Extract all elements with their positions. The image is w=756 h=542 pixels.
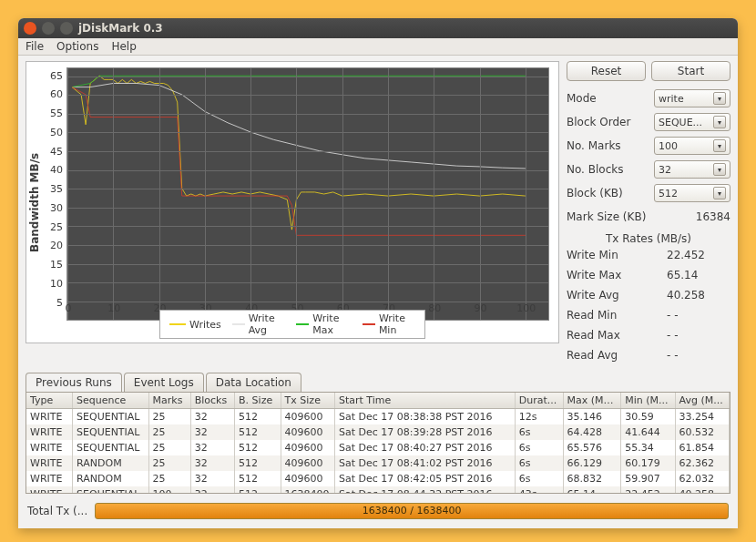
- table-header[interactable]: B. Size: [235, 393, 281, 409]
- write-min-value: 22.452: [667, 249, 730, 265]
- controls-panel: Reset Start Mode write▾ Block Order SEQU…: [567, 61, 730, 365]
- table-header[interactable]: Type: [26, 393, 73, 409]
- write-avg-value: 40.258: [667, 289, 730, 305]
- runs-table-panel: TypeSequenceMarksBlocksB. SizeTx SizeSta…: [26, 392, 730, 494]
- block-order-select[interactable]: SEQUE...▾: [654, 113, 730, 131]
- maximize-icon[interactable]: [60, 22, 73, 35]
- blockkb-select[interactable]: 512▾: [654, 184, 730, 202]
- read-avg-label: Read Avg: [567, 349, 667, 365]
- write-max-label: Write Max: [567, 269, 667, 285]
- table-row[interactable]: WRITESEQUENTIAL2532512409600Sat Dec 17 0…: [26, 409, 730, 425]
- table-header[interactable]: Start Time: [334, 393, 515, 409]
- table-header[interactable]: Tx Size: [281, 393, 334, 409]
- txrates-title: Tx Rates (MB/s): [567, 232, 730, 245]
- footer: Total Tx (... 1638400 / 1638400: [18, 497, 738, 528]
- progress-bar: 1638400 / 1638400: [95, 503, 729, 519]
- chevron-down-icon: ▾: [713, 163, 726, 176]
- chevron-down-icon: ▾: [713, 139, 726, 152]
- total-tx-label: Total Tx (...: [27, 505, 87, 517]
- table-header[interactable]: Marks: [148, 393, 190, 409]
- legend-max: Write Max: [312, 312, 352, 336]
- chart-plot-area: [66, 67, 549, 321]
- runs-table: TypeSequenceMarksBlocksB. SizeTx SizeSta…: [26, 393, 730, 494]
- mode-label: Mode: [567, 92, 654, 105]
- write-min-label: Write Min: [567, 249, 667, 265]
- table-header[interactable]: Durat...: [515, 393, 563, 409]
- table-header[interactable]: Min (M...: [621, 393, 675, 409]
- menu-bar: File Options Help: [18, 38, 738, 56]
- read-min-value: - -: [667, 309, 730, 325]
- chart-legend: Writes Write Avg Write Max Write Min: [159, 310, 425, 339]
- noblocks-label: No. Blocks: [567, 163, 654, 176]
- marksize-label: Mark Size (KB): [567, 210, 696, 223]
- chart-yaxis: 5101520253035404550556065: [43, 62, 66, 343]
- tab-previous-runs[interactable]: Previous Runs: [26, 373, 122, 392]
- noblocks-select[interactable]: 32▾: [654, 160, 730, 179]
- menu-file[interactable]: File: [26, 40, 44, 53]
- chart-ylabel: Bandwidth MB/s: [26, 62, 43, 343]
- mode-select[interactable]: write▾: [654, 89, 730, 107]
- menu-options[interactable]: Options: [56, 40, 98, 53]
- table-header[interactable]: Max (MB...: [563, 393, 621, 409]
- table-row[interactable]: WRITESEQUENTIAL2532512409600Sat Dec 17 0…: [26, 424, 730, 440]
- close-icon[interactable]: [24, 22, 36, 35]
- chevron-down-icon: ▾: [713, 92, 726, 105]
- window-title: jDiskMark 0.3: [78, 22, 163, 35]
- start-button[interactable]: Start: [651, 61, 730, 81]
- tab-event-logs[interactable]: Event Logs: [124, 373, 204, 392]
- chevron-down-icon: ▾: [713, 187, 726, 199]
- read-min-label: Read Min: [567, 309, 667, 325]
- read-max-value: - -: [667, 329, 730, 345]
- table-row[interactable]: WRITESEQUENTIAL2532512409600Sat Dec 17 0…: [26, 440, 730, 455]
- nomarks-select[interactable]: 100▾: [654, 137, 730, 155]
- minimize-icon[interactable]: [42, 22, 55, 35]
- titlebar: jDiskMark 0.3: [18, 18, 738, 38]
- tabs: Previous Runs Event Logs Data Location: [26, 373, 730, 392]
- table-header[interactable]: Sequence: [73, 393, 149, 409]
- marksize-value: 16384: [696, 210, 730, 223]
- table-header[interactable]: Avg (M...: [675, 393, 729, 409]
- table-header[interactable]: Blocks: [190, 393, 234, 409]
- menu-help[interactable]: Help: [111, 40, 136, 53]
- legend-writes: Writes: [189, 319, 221, 331]
- write-avg-label: Write Avg: [567, 289, 667, 305]
- table-row[interactable]: WRITERANDOM2532512409600Sat Dec 17 08:41…: [26, 455, 730, 471]
- table-row[interactable]: WRITESEQUENTIAL100325121638400Sat Dec 17…: [26, 486, 730, 494]
- progress-text: 1638400 / 1638400: [363, 505, 462, 516]
- bandwidth-chart: Bandwidth MB/s 5101520253035404550556065…: [26, 61, 559, 343]
- blockkb-label: Block (KB): [567, 187, 654, 199]
- chevron-down-icon: ▾: [713, 116, 726, 128]
- tab-data-location[interactable]: Data Location: [206, 373, 301, 392]
- read-max-label: Read Max: [567, 329, 667, 345]
- write-max-value: 65.14: [667, 269, 730, 285]
- app-window: jDiskMark 0.3 File Options Help Bandwidt…: [18, 18, 738, 528]
- nomarks-label: No. Marks: [567, 139, 654, 152]
- read-avg-value: - -: [667, 349, 730, 365]
- table-row[interactable]: WRITERANDOM2532512409600Sat Dec 17 08:42…: [26, 471, 730, 486]
- reset-button[interactable]: Reset: [567, 61, 646, 81]
- legend-min: Write Min: [379, 312, 415, 336]
- block-order-label: Block Order: [567, 116, 654, 128]
- legend-avg: Write Avg: [249, 312, 286, 336]
